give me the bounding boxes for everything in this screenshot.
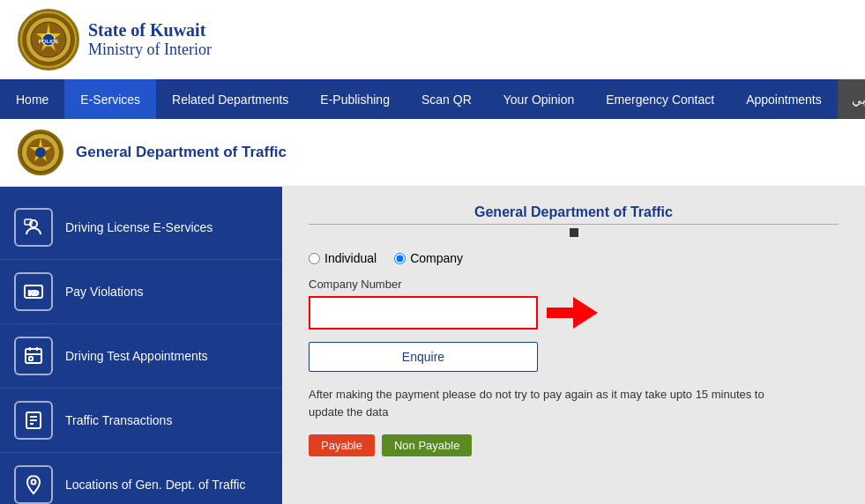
traffic-transactions-icon: [14, 401, 53, 440]
nav-eservices[interactable]: E-Services: [64, 79, 156, 119]
sidebar-item-driving-license[interactable]: Driving License E-Services: [0, 196, 282, 260]
radio-company-label: Company: [410, 251, 463, 265]
dept-title: General Department of Traffic: [76, 144, 287, 161]
svg-rect-17: [29, 357, 33, 360]
arrow-head: [573, 297, 598, 329]
arrow-shaft: [547, 308, 573, 318]
locations-icon: [14, 465, 53, 504]
sidebar-label-locations: Locations of Gen. Dept. of Traffic: [65, 478, 245, 492]
radio-group: Individual Company: [309, 251, 839, 265]
nav-emergency-contact[interactable]: Emergency Contact: [590, 79, 730, 119]
radio-company[interactable]: Company: [394, 251, 463, 265]
sidebar-item-pay-violations[interactable]: KD Pay Violations: [0, 260, 282, 324]
page-header: POLICE State of Kuwait Ministry of Inter…: [0, 0, 865, 79]
nav-related-departments[interactable]: Related Departments: [156, 79, 304, 119]
sidebar-label-driving-test: Driving Test Appointments: [65, 349, 208, 363]
svg-point-22: [32, 480, 36, 485]
nav-your-opinion[interactable]: Your Opinion: [488, 79, 590, 119]
arrow-indicator: [547, 297, 598, 329]
radio-individual-input[interactable]: [309, 253, 320, 264]
nav-epublishing[interactable]: E-Publishing: [304, 79, 406, 119]
content-area: General Department of Traffic Individual…: [282, 187, 865, 504]
badge-payable[interactable]: Payable: [309, 434, 375, 456]
sidebar-label-traffic-transactions: Traffic Transactions: [65, 413, 172, 427]
header-title: State of Kuwait: [88, 20, 212, 41]
company-number-input[interactable]: [309, 296, 538, 330]
driving-test-icon: [14, 337, 53, 375]
input-row: [309, 296, 839, 330]
svg-text:POLICE: POLICE: [39, 39, 58, 44]
content-section-title: General Department of Traffic: [309, 204, 839, 220]
sidebar-item-traffic-transactions[interactable]: Traffic Transactions: [0, 389, 282, 453]
nav-home[interactable]: Home: [0, 79, 64, 119]
badge-row: Payable Non Payable: [309, 434, 839, 456]
notice-text: After making the payment please do not t…: [309, 386, 802, 420]
sidebar-item-driving-test[interactable]: Driving Test Appointments: [0, 324, 282, 389]
sidebar-item-locations[interactable]: Locations of Gen. Dept. of Traffic: [0, 453, 282, 504]
enquire-button[interactable]: Enquire: [309, 342, 538, 372]
sidebar: Driving License E-Services KD Pay Violat…: [0, 187, 282, 504]
ministry-logo: POLICE: [18, 9, 79, 70]
radio-individual[interactable]: Individual: [309, 251, 377, 265]
radio-company-input[interactable]: [394, 253, 406, 264]
driving-license-icon: [14, 208, 53, 247]
header-title-group: State of Kuwait Ministry of Interior: [88, 20, 212, 59]
dept-header: General Department of Traffic: [0, 119, 865, 187]
pay-violations-icon: KD: [14, 272, 53, 311]
nav-scan-qr[interactable]: Scan QR: [406, 79, 488, 119]
dept-logo: [18, 130, 63, 175]
badge-non-payable[interactable]: Non Payable: [382, 434, 472, 456]
logo-area: POLICE State of Kuwait Ministry of Inter…: [18, 9, 212, 70]
company-number-label: Company Number: [309, 278, 839, 291]
svg-point-8: [35, 147, 46, 158]
nav-appointments[interactable]: Appointments: [730, 79, 838, 119]
nav-arabic[interactable]: عربي: [838, 79, 865, 119]
svg-rect-13: [26, 349, 41, 363]
sidebar-label-driving-license: Driving License E-Services: [65, 220, 213, 234]
svg-text:KD: KD: [28, 289, 39, 297]
header-subtitle: Ministry of Interior: [88, 41, 212, 59]
svg-point-9: [30, 220, 37, 227]
main-nav: Home E-Services Related Departments E-Pu…: [0, 79, 865, 119]
radio-individual-label: Individual: [324, 251, 377, 265]
main-layout: Driving License E-Services KD Pay Violat…: [0, 187, 865, 504]
sidebar-label-pay-violations: Pay Violations: [65, 285, 143, 299]
